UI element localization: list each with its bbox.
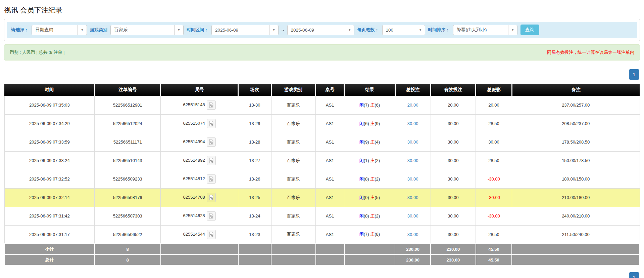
bet-id-cell: 522566508176 — [95, 188, 161, 207]
video-record-button[interactable] — [207, 156, 216, 165]
video-record-button[interactable] — [207, 174, 216, 184]
total-bet-link[interactable]: 30.00 — [407, 140, 418, 145]
player-result-score: (8) — [364, 176, 369, 182]
table-row: 2025-06-09 07:34:29 522566512024 6255150… — [4, 114, 640, 133]
valid-bet-notice-text: 同局有效投注，统一计算在该局第一张注单内 — [547, 49, 634, 55]
filter-panel: 请选择： 日期查询 ▼ 游戏类别 百家乐 ▼ 时间区间： 2025-06-09 … — [4, 19, 640, 41]
bet-id-cell: 522566512024 — [95, 114, 161, 133]
player-result-label: 闲 — [359, 176, 364, 182]
payout-cell: -30.00 — [476, 188, 512, 207]
video-record-document-icon — [208, 158, 214, 163]
result-cell: 闲(9) 庄(4) — [344, 133, 395, 151]
result-cell: 闲(0) 庄(5) — [344, 188, 395, 207]
total-bet-link[interactable]: 30.00 — [407, 121, 418, 126]
round-id-cell: 625515148 — [161, 96, 238, 114]
payout-cell: -30.00 — [476, 170, 512, 188]
time-cell: 2025-06-09 07:33:59 — [4, 133, 95, 151]
time-cell: 2025-06-09 07:35:03 — [4, 96, 95, 114]
total-bet-link[interactable]: 30.00 — [407, 158, 418, 163]
game-type-cell: 百家乐 — [271, 133, 316, 151]
result-cell: 闲(7) 庄(8) — [344, 225, 395, 244]
result-cell: 闲(8) 庄(2) — [344, 207, 395, 225]
query-type-select[interactable]: 日期查询 ▼ — [32, 25, 87, 35]
date-range-label: 时间区间： — [187, 27, 208, 33]
game-type-cell: 百家乐 — [271, 114, 316, 133]
bet-id-cell: 522566507303 — [95, 207, 161, 225]
result-cell: 闲(8) 庄(2) — [344, 170, 395, 188]
remark-cell: 150.00/178.50 — [512, 151, 640, 170]
page-button-1[interactable]: 1 — [629, 272, 639, 278]
time-sort-select[interactable]: 降幂(由大到小) ▼ — [453, 25, 517, 35]
valid-bet-cell: 30.00 — [431, 133, 476, 151]
video-record-button[interactable] — [207, 230, 216, 239]
game-type-cell: 百家乐 — [271, 151, 316, 170]
player-result-label: 闲 — [359, 140, 364, 145]
video-record-button[interactable] — [207, 101, 216, 110]
player-result-label: 闲 — [359, 121, 364, 126]
video-record-button[interactable] — [207, 137, 216, 147]
date-from-value: 2025-06-09 — [212, 25, 269, 35]
per-page-select[interactable]: 100 ▼ — [382, 25, 425, 35]
player-result-label: 闲 — [359, 158, 364, 163]
session-cell: 13-28 — [238, 133, 271, 151]
table-row: 2025-06-09 07:33:24 522566510143 6255148… — [4, 151, 640, 170]
total-bet-link[interactable]: 30.00 — [407, 232, 418, 237]
header-payout: 总派彩 — [476, 84, 512, 96]
remark-cell: 208.50/237.00 — [512, 114, 640, 133]
session-cell: 13-27 — [238, 151, 271, 170]
round-id-cell: 625515074 — [161, 114, 238, 133]
session-cell: 13-30 — [238, 96, 271, 114]
header-valid-bet: 有效投注 — [431, 84, 476, 96]
table-header: 时间 注单编号 局号 场次 游戏类别 桌号 结果 总投注 有效投注 总派彩 备注 — [4, 84, 640, 96]
banker-result-score: (5) — [375, 195, 380, 200]
round-id-value: 625515074 — [183, 121, 205, 126]
date-to-select[interactable]: 2025-06-09 ▼ — [287, 25, 354, 35]
video-record-document-icon — [208, 121, 214, 126]
player-result-score: (1) — [364, 158, 369, 163]
video-record-button[interactable] — [207, 193, 216, 202]
round-id-value: 625514544 — [183, 232, 205, 237]
result-cell: 闲(1) 庄(2) — [344, 151, 395, 170]
total-bet-cell: 30.00 — [395, 225, 431, 244]
banker-result-score: (2) — [375, 176, 380, 182]
video-record-document-icon — [208, 139, 214, 145]
banker-result-score: (2) — [375, 213, 380, 219]
total-bet-link[interactable]: 30.00 — [407, 176, 418, 182]
page-button-1[interactable]: 1 — [629, 69, 639, 80]
table-no-cell: AS1 — [316, 207, 344, 225]
video-record-button[interactable] — [207, 211, 216, 221]
summary-label-cell: 总计 — [4, 254, 95, 265]
player-result-label: 闲 — [359, 195, 364, 200]
total-bet-link[interactable]: 20.00 — [407, 103, 418, 108]
round-id-cell: 625514544 — [161, 225, 238, 244]
total-bet-cell: 30.00 — [395, 207, 431, 225]
summary-count-cell: 8 — [95, 244, 161, 254]
summary-total-bet-cell: 230.00 — [395, 244, 431, 254]
query-type-label: 请选择： — [11, 27, 29, 33]
pagination-top: 1 — [5, 69, 639, 80]
search-button[interactable]: 查询 — [521, 25, 539, 35]
table-row: 2025-06-09 07:31:42 522566507303 6255146… — [4, 207, 640, 225]
chevron-down-icon: ▼ — [345, 25, 354, 35]
banker-result-score: (4) — [375, 140, 380, 145]
valid-bet-cell: 30.00 — [431, 114, 476, 133]
bet-id-cell: 522566511171 — [95, 133, 161, 151]
game-type-select[interactable]: 百家乐 ▼ — [110, 25, 184, 35]
date-from-select[interactable]: 2025-06-09 ▼ — [211, 25, 279, 35]
query-type-value: 日期查询 — [32, 25, 78, 35]
table-row: 2025-06-09 07:35:03 522566512981 6255151… — [4, 96, 640, 114]
table-row: 2025-06-09 07:31:17 522566506522 6255145… — [4, 225, 640, 244]
header-table-no: 桌号 — [316, 84, 344, 96]
total-bet-link[interactable]: 30.00 — [407, 195, 418, 200]
video-record-document-icon — [208, 176, 214, 182]
table-no-cell: AS1 — [316, 96, 344, 114]
total-bet-link[interactable]: 30.00 — [407, 213, 418, 219]
time-cell: 2025-06-09 07:32:14 — [4, 188, 95, 207]
table-row: 2025-06-09 07:33:59 522566511171 6255149… — [4, 133, 640, 151]
player-result-label: 闲 — [359, 103, 364, 108]
summary-valid-bet-cell: 230.00 — [431, 244, 476, 254]
total-bet-cell: 30.00 — [395, 114, 431, 133]
video-record-button[interactable] — [207, 119, 216, 128]
video-record-document-icon — [208, 213, 214, 219]
valid-bet-cell: 30.00 — [431, 188, 476, 207]
